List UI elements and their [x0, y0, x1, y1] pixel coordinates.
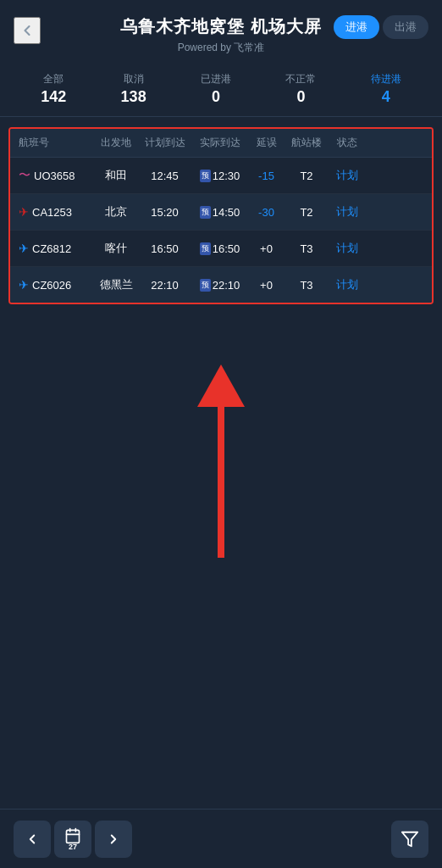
calendar-icon: 27	[64, 827, 81, 851]
time-flag: 预	[200, 242, 211, 255]
flight-number: CA1253	[32, 206, 72, 219]
terminal: T2	[285, 170, 328, 182]
bottom-toolbar: 27	[0, 809, 442, 868]
time-flag: 预	[200, 206, 211, 219]
table-row[interactable]: ✈ CZ6812 喀什 16:50 预 16:50 +0 T3 计划	[10, 231, 432, 267]
col-actual: 实际到达	[192, 136, 247, 150]
planned-time: 16:50	[137, 242, 192, 255]
airline-icon: ✈	[19, 205, 29, 219]
stat-label: 取消	[124, 72, 144, 86]
flight-number: CZ6812	[32, 242, 71, 255]
delay: +0	[247, 279, 285, 292]
stat-item-2[interactable]: 已进港 0	[201, 72, 231, 106]
airline-icon: 〜	[19, 168, 30, 183]
stat-label: 不正常	[285, 72, 316, 86]
header: 乌鲁木齐地窝堡 机场大屏 Powered by 飞常准 进港 出港	[0, 0, 442, 65]
time-flag: 预	[200, 279, 211, 292]
stat-item-3[interactable]: 不正常 0	[285, 72, 316, 106]
stat-item-0[interactable]: 全部 142	[41, 72, 66, 106]
col-terminal: 航站楼	[285, 136, 328, 150]
stat-value: 0	[212, 88, 220, 106]
stat-label: 待进港	[371, 72, 401, 86]
time-flag: 预	[200, 170, 211, 182]
stat-label: 已进港	[201, 72, 231, 86]
actual-time: 预 22:10	[192, 279, 247, 292]
planned-time: 12:45	[137, 170, 192, 182]
origin: 德黑兰	[95, 277, 137, 292]
flight-num-cell: 〜 UO3658	[19, 168, 95, 183]
stat-value: 142	[41, 88, 66, 106]
stat-item-1[interactable]: 取消 138	[121, 72, 146, 106]
col-planned: 计划到达	[137, 136, 192, 150]
stat-item-4[interactable]: 待进港 4	[371, 72, 401, 106]
table-row[interactable]: ✈ CZ6026 德黑兰 22:10 预 22:10 +0 T3 计划	[10, 267, 432, 303]
page-subtitle: Powered by 飞常准	[178, 41, 265, 55]
airline-icon: ✈	[19, 242, 29, 255]
terminal: T3	[285, 242, 328, 255]
origin: 和田	[95, 168, 137, 183]
origin: 喀什	[95, 241, 137, 256]
arrow-annotation	[197, 364, 245, 558]
direction-buttons: 进港 出港	[334, 15, 428, 39]
svg-rect-0	[67, 830, 80, 843]
arrow-head	[197, 364, 245, 407]
delay: +0	[247, 242, 285, 255]
stat-value: 4	[382, 88, 390, 106]
stats-row: 全部 142 取消 138 已进港 0 不正常 0 待进港 4	[0, 65, 442, 117]
back-button[interactable]	[14, 17, 41, 44]
inbound-button[interactable]: 进港	[334, 15, 379, 39]
terminal: T2	[285, 206, 328, 219]
origin: 北京	[95, 204, 137, 220]
outbound-button[interactable]: 出港	[383, 15, 428, 39]
flight-number: CZ6026	[32, 279, 71, 292]
flight-num-cell: ✈ CZ6812	[19, 242, 95, 255]
status: 计划	[328, 241, 366, 256]
flight-number: UO3658	[34, 170, 75, 182]
page-title: 乌鲁木齐地窝堡 机场大屏	[120, 15, 322, 38]
col-origin: 出发地	[95, 136, 137, 150]
arrow-shaft	[218, 405, 224, 558]
actual-time: 预 12:30	[192, 170, 247, 182]
terminal: T3	[285, 279, 328, 292]
stat-value: 138	[121, 88, 146, 106]
actual-time: 预 14:50	[192, 206, 247, 219]
flight-num-cell: ✈ CA1253	[19, 205, 95, 219]
planned-time: 15:20	[137, 206, 192, 219]
status: 计划	[328, 277, 366, 292]
nav-group: 27	[14, 821, 132, 858]
col-delay: 延误	[247, 136, 285, 150]
stat-label: 全部	[43, 72, 64, 86]
stat-value: 0	[296, 88, 305, 106]
planned-time: 22:10	[137, 279, 192, 292]
table-row[interactable]: ✈ CA1253 北京 15:20 预 14:50 -30 T2 计划	[10, 194, 432, 231]
airline-icon: ✈	[19, 278, 29, 292]
table-row[interactable]: 〜 UO3658 和田 12:45 预 12:30 -15 T2 计划	[10, 158, 432, 194]
table-header: 航班号 出发地 计划到达 实际到达 延误 航站楼 状态	[10, 129, 432, 158]
date-button[interactable]: 27	[54, 821, 91, 858]
col-flight: 航班号	[19, 136, 95, 150]
status: 计划	[328, 204, 366, 220]
next-button[interactable]	[95, 821, 132, 858]
flight-table: 航班号 出发地 计划到达 实际到达 延误 航站楼 状态 〜 UO3658 和田 …	[8, 127, 434, 304]
actual-time: 预 16:50	[192, 242, 247, 255]
delay: -30	[247, 206, 285, 219]
delay: -15	[247, 170, 285, 182]
flight-num-cell: ✈ CZ6026	[19, 278, 95, 292]
col-status: 状态	[328, 136, 366, 150]
prev-button[interactable]	[14, 821, 51, 858]
filter-button[interactable]	[391, 821, 428, 858]
status: 计划	[328, 168, 366, 183]
svg-marker-4	[402, 832, 417, 846]
